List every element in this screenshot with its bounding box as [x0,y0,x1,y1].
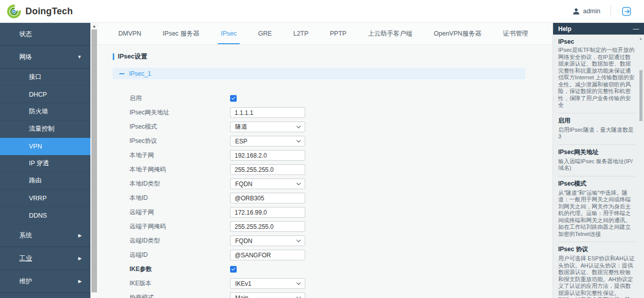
sidebar-item-traffic-control[interactable]: 流量控制 [0,121,90,138]
chevron-down-icon [297,138,301,142]
help-section-title: IPsec [558,38,635,45]
sidebar-item-system[interactable]: 系统▶ [0,224,90,247]
field-label: 远端子网掩码 [130,222,230,231]
sidebar-item-label: 路由 [29,176,82,185]
tab-ipsec[interactable]: IPsec [221,23,237,44]
brand-name: DoingTech [25,6,73,17]
select-value: FQDN [235,181,252,188]
sidebar-nav: 状态网络▼接口DHCP防火墙流量控制VPNIP 穿透路由VRRPDDNS系统▶工… [0,23,90,298]
tab-dmvpn[interactable]: DMVPN [118,23,141,44]
help-section-text: 输入远端IPsec 服务器地址(IP/域名) [558,158,635,172]
sidebar-item-label: 接口 [29,73,82,81]
sidebar-item-vrrp[interactable]: VRRP [0,190,90,207]
logout-icon [621,6,632,17]
ipsec-protocol-select[interactable]: ESP [230,136,305,146]
sidebar-item-label: VRRP [29,195,82,202]
help-scroll-up-icon[interactable]: ▲ [639,37,642,40]
field-label: 本地子网掩码 [130,165,230,174]
negotiation-mode-select[interactable]: Main [230,292,305,298]
sidebar-item-label: 维护 [19,277,78,286]
sidebar-item-routing[interactable]: 路由 [0,172,90,190]
help-section-title: IPsec模式 [558,180,635,188]
local-subnet-mask-input[interactable] [230,164,305,175]
help-section: IPsecIPsec是IETF制定的一组开放的网络安全协议，在IP层通过数据来源… [558,35,635,113]
tab-ipsec-server[interactable]: IPsec 服务器 [163,23,199,44]
ike-parameters-checkbox[interactable] [230,266,237,273]
remote-id-input[interactable] [230,250,305,260]
sidebar-item-dhcp[interactable]: DHCP [0,86,90,103]
form-row-remote-id-type: 远端ID类型FQDN [113,235,553,246]
help-section: IPsec 协议用户可选择 ESP协议和AH认证头协议。AH认证头协议：提供数据… [558,242,635,298]
main-scrollbar[interactable]: ▲ [90,23,98,298]
form-row-ipsec-gateway-address: IPsec网关地址 [113,107,553,118]
ike-version-select[interactable]: IKEv1 [230,278,305,289]
form-row-remote-id: 远端ID [113,250,553,260]
tab-bar: DMVPNIPsec 服务器IPsecGREL2TPPPTP上云助手客户端Ope… [98,23,553,45]
help-section: IPsec网关地址输入远端IPsec 服务器地址(IP/域名) [558,145,635,176]
enable-checkbox[interactable] [230,95,237,102]
remote-subnet-input[interactable] [230,207,305,218]
tab-pptp[interactable]: PPTP [330,23,347,44]
sidebar-item-label: 网络 [19,53,77,62]
sidebar-item-network[interactable]: 网络▼ [0,46,90,69]
collapse-minus-icon [119,73,124,74]
help-section-text: 启用IPsec隧道，最大隧道数是3 [558,127,635,140]
help-content: IPsecIPsec是IETF制定的一组开放的网络安全协议，在IP层通过数据来源… [553,35,644,298]
select-value: Main [235,294,248,298]
minimize-icon[interactable]: — [633,26,639,32]
help-section-text: 从"隧道"和"运输"中选择。隧道：一般用于网关之间或终端到网关之间，网关作为身后… [558,190,635,238]
form-row-local-id: 本地ID [113,193,553,203]
tab-l2tp[interactable]: L2TP [293,23,308,44]
field-label: 远端ID [130,251,230,259]
help-panel-header: Help — [553,23,644,35]
tab-openvpn-server[interactable]: OpenVPN服务器 [434,23,481,44]
ipsec1-collapse-header[interactable]: IPsec_1 [113,68,525,79]
ipsec-mode-select[interactable]: 隧道 [230,122,305,132]
ipsec-gateway-address-input[interactable] [230,107,305,118]
chevron-down-icon [297,124,301,128]
help-section: 启用启用IPsec隧道，最大隧道数是3 [558,113,635,145]
remote-id-type-select[interactable]: FQDN [230,235,305,246]
logout-button[interactable] [621,6,632,17]
user-icon [572,8,580,15]
sidebar-item-vpn[interactable]: VPN [0,138,90,155]
page-title-text: IPsec设置 [118,52,147,61]
tab-cloud-assistant-client[interactable]: 上云助手客户端 [368,23,412,44]
sidebar-item-firewall[interactable]: 防火墙 [0,103,90,121]
local-id-type-select[interactable]: FQDN [230,178,305,189]
sidebar-item-industrial[interactable]: 工业▶ [0,247,90,270]
scrollbar-thumb[interactable] [91,29,97,292]
select-value: 隧道 [235,123,247,131]
local-id-input[interactable] [230,193,305,203]
form-row-ike-parameters: IKE参数 [113,264,553,275]
help-panel: Help — IPsecIPsec是IETF制定的一组开放的网络安全协议，在IP… [553,23,644,298]
brand-logo-icon [7,5,21,18]
user-menu[interactable]: admin [572,8,600,15]
tab-gre[interactable]: GRE [258,23,272,44]
help-section-text: IPsec是IETF制定的一组开放的网络安全协议，在IP层通过数据来源认证、数据… [558,47,635,109]
sidebar-item-ip-passthrough[interactable]: IP 穿透 [0,155,90,172]
tab-certificate-management[interactable]: 证书管理 [503,23,528,44]
form-row-ipsec-protocol: IPsec协议ESP [113,136,553,146]
help-scrollbar-thumb[interactable] [639,70,642,121]
sidebar-item-interface[interactable]: 接口 [0,69,90,86]
chevron-right-icon: ▶ [78,279,82,284]
form-row-ike-version: IKE版本IKEv1 [113,278,553,289]
field-label: IPsec协议 [130,137,230,145]
chevron-right-icon: ▶ [78,233,82,238]
sidebar-item-status[interactable]: 状态 [0,23,90,46]
field-label: IKE版本 [130,279,230,288]
scroll-up-icon[interactable]: ▲ [90,24,98,29]
field-label: 本地子网 [130,151,230,160]
remote-subnet-mask-input[interactable] [230,221,305,232]
local-subnet-input[interactable] [230,150,305,161]
sidebar-item-maintenance[interactable]: 维护▶ [0,270,90,293]
help-section: IPsec模式从"隧道"和"运输"中选择。隧道：一般用于网关之间或终端到网关之间… [558,176,635,243]
sidebar-item-label: IP 穿透 [29,159,82,168]
brand: DoingTech [7,5,73,18]
chevron-down-icon [297,281,301,285]
sidebar-item-label: 流量控制 [29,125,82,133]
ipsec-form: 启用IPsec网关地址IPsec模式隧道IPsec协议ESP本地子网本地子网掩码… [113,93,553,298]
sidebar-item-label: DDNS [29,212,82,219]
sidebar-item-ddns[interactable]: DDNS [0,207,90,224]
